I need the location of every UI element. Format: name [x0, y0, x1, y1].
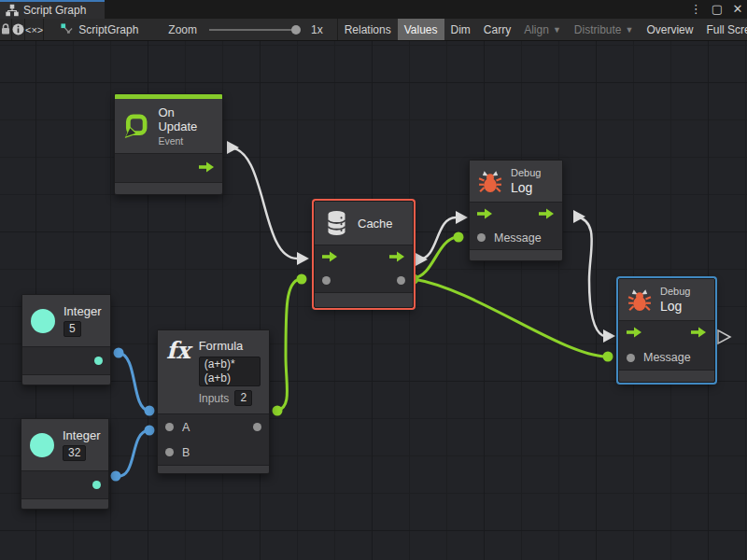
node-title: Formula	[199, 339, 261, 353]
bug-icon	[478, 169, 502, 194]
integer-icon	[30, 433, 54, 457]
tab-title: Script Graph	[23, 4, 86, 17]
node-debug-log-bottom[interactable]: Debug Log Message	[618, 278, 715, 383]
align-button[interactable]: Align ▼	[517, 19, 568, 40]
flow-in-port[interactable]	[477, 206, 493, 223]
inputs-count-field[interactable]: 2	[234, 390, 252, 406]
script-graph-icon	[60, 22, 74, 36]
close-icon[interactable]: ✕	[732, 0, 743, 19]
tab-script-graph[interactable]: Script Graph	[0, 0, 105, 19]
maximize-icon[interactable]: ▢	[712, 0, 723, 19]
result-out-port[interactable]	[253, 423, 261, 431]
port-label: A	[182, 421, 190, 434]
update-loop-icon	[123, 112, 149, 140]
database-icon	[324, 209, 349, 237]
flow-in-port[interactable]	[322, 249, 338, 266]
relations-button[interactable]: Relations	[338, 19, 398, 40]
chevron-down-icon: ▼	[553, 25, 561, 35]
zoom-label: Zoom	[162, 19, 204, 40]
node-title: Integer	[63, 428, 100, 442]
input-a-port[interactable]	[165, 423, 174, 431]
angle-brackets-icon: <×>	[25, 24, 43, 35]
graph-toolbar: <×> ScriptGraph Zoom 1x Relations Values…	[0, 19, 747, 41]
value-out-port[interactable]	[92, 481, 101, 489]
zoom-slider[interactable]	[204, 19, 304, 40]
bug-icon	[627, 287, 652, 313]
node-title: Integer	[63, 304, 101, 318]
flow-out-port[interactable]	[539, 206, 555, 223]
port-label: B	[182, 446, 190, 459]
values-button[interactable]: Values	[398, 19, 444, 40]
node-formula[interactable]: fx Formula (a+b)*(a+b) Inputs 2 A B	[157, 329, 270, 474]
integer-icon	[31, 309, 55, 333]
value-in-port[interactable]	[322, 276, 331, 285]
node-title: Log	[511, 180, 541, 195]
fx-icon: fx	[166, 339, 190, 362]
window-menu-icon[interactable]: ⋮	[690, 0, 702, 19]
inputs-label: Inputs	[199, 392, 230, 405]
node-subtitle: Event	[158, 135, 214, 147]
node-title: Cache	[358, 217, 393, 231]
info-button[interactable]	[12, 19, 25, 40]
dim-button[interactable]: Dim	[444, 19, 477, 40]
info-icon	[12, 23, 24, 35]
integer-value-field[interactable]: 32	[63, 445, 86, 461]
overview-button[interactable]: Overview	[640, 19, 699, 40]
graph-window-icon	[6, 4, 19, 17]
node-integer-top[interactable]: Integer 5	[21, 294, 111, 385]
port-label: Message	[494, 231, 542, 245]
input-b-port[interactable]	[165, 448, 174, 456]
fullscreen-button[interactable]: Full Screen	[699, 19, 747, 40]
graph-name: ScriptGraph	[78, 23, 138, 36]
node-debug-log-top[interactable]: Debug Log Message	[469, 160, 563, 261]
flow-out-port[interactable]	[199, 160, 215, 176]
distribute-button[interactable]: Distribute ▼	[568, 19, 641, 40]
node-on-update[interactable]: On Update Event	[114, 93, 223, 195]
zoom-slider-handle[interactable]	[291, 25, 301, 35]
flow-in-port[interactable]	[627, 325, 642, 342]
node-integer-bottom[interactable]: Integer 32	[21, 418, 109, 510]
value-out-port[interactable]	[397, 276, 405, 285]
formula-expression-field[interactable]: (a+b)*(a+b)	[199, 357, 261, 386]
code-view-button[interactable]: <×>	[25, 19, 44, 40]
flow-out-port[interactable]	[389, 249, 405, 266]
chevron-down-icon: ▼	[626, 25, 634, 35]
lock-icon	[0, 23, 11, 35]
zoom-slider-track[interactable]	[209, 29, 299, 31]
port-label: Message	[643, 351, 691, 364]
message-in-port[interactable]	[627, 354, 635, 362]
node-kind: Debug	[511, 167, 541, 178]
integer-value-field[interactable]: 5	[63, 321, 81, 337]
node-title: Log	[660, 299, 690, 314]
carry-button[interactable]: Carry	[477, 19, 517, 40]
node-title: On Update	[158, 105, 214, 133]
graph-breadcrumb[interactable]: ScriptGraph	[53, 19, 145, 40]
lock-button[interactable]	[0, 19, 12, 40]
zoom-level: 1x	[304, 19, 330, 40]
flow-out-port[interactable]	[691, 325, 707, 342]
node-kind: Debug	[660, 286, 690, 297]
title-bar: Script Graph ⋮ ▢ ✕	[0, 0, 747, 19]
node-cache[interactable]: Cache	[314, 201, 414, 308]
value-out-port[interactable]	[94, 357, 103, 365]
message-in-port[interactable]	[477, 233, 486, 242]
